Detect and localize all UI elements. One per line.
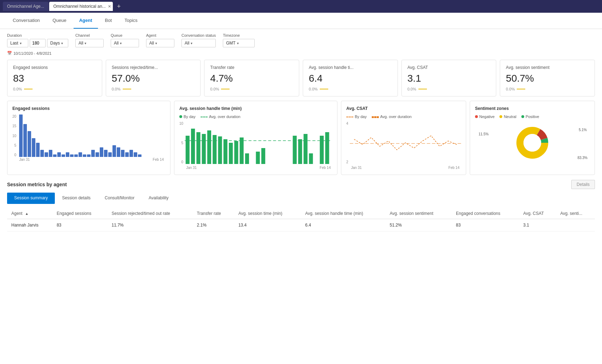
queue-select[interactable]: All ▾ <box>111 39 139 47</box>
conversation-status-label: Conversation status <box>181 33 216 37</box>
handle-time-svg <box>185 122 332 164</box>
col-transfer-rate[interactable]: Transfer rate <box>193 208 234 219</box>
chevron-down-icon: ▾ <box>191 41 192 45</box>
channel-filter: Channel All ▾ <box>75 33 104 47</box>
bar <box>28 131 31 157</box>
chevron-down-icon: ▾ <box>61 41 63 45</box>
metric-trend-bar-4 <box>418 89 427 89</box>
bar <box>40 150 44 157</box>
sub-tab-consult-monitor[interactable]: Consult/Monitor <box>98 193 141 204</box>
col-avg-senti[interactable]: Avg. senti... <box>556 208 595 219</box>
col-avg-session-time[interactable]: Avg. session time (min) <box>234 208 301 219</box>
add-tab-button[interactable]: + <box>115 2 123 11</box>
table-header: Agent ▲ Engaged sessions Session rejecte… <box>7 208 595 219</box>
close-tab-icon[interactable]: ✕ <box>108 4 111 9</box>
sort-icon: ▲ <box>25 212 29 216</box>
nav-tab-conversation[interactable]: Conversation <box>7 13 46 29</box>
conversation-status-select[interactable]: All ▾ <box>181 39 216 47</box>
metric-card-3: Avg. session handle ti... 6.4 0.0% <box>303 60 398 96</box>
svg-rect-15 <box>298 139 302 164</box>
bar <box>91 150 95 157</box>
chart-title-sentiment: Sentiment zones <box>475 106 590 111</box>
duration-preset-select[interactable]: Last ▾ <box>7 39 28 47</box>
bar <box>36 143 40 157</box>
duration-filter: Duration Last ▾ Days ▾ <box>7 33 68 47</box>
svg-rect-0 <box>186 136 190 164</box>
metric-value-4: 3.1 <box>407 73 491 84</box>
channel-label: Channel <box>75 33 104 37</box>
y-axis-labels: 20 15 10 5 0 <box>12 115 18 157</box>
sub-tab-session-details[interactable]: Session details <box>55 193 98 204</box>
chart-title-handle: Avg. session handle time (min) <box>179 106 332 111</box>
nav-tab-queue[interactable]: Queue <box>47 13 72 29</box>
svg-rect-18 <box>320 136 324 164</box>
metric-title-1: Sessions rejected/time... <box>112 65 195 70</box>
metric-footer-0: 0.0% <box>13 87 96 91</box>
svg-rect-13 <box>261 148 265 164</box>
chart-legend-handle: By day Avg. over duration <box>179 115 332 119</box>
metric-trend-bar-2 <box>221 89 230 89</box>
metric-trend-bar-0 <box>24 89 33 89</box>
metric-trend-bar-3 <box>320 89 328 89</box>
metric-value-3: 6.4 <box>309 73 392 84</box>
metric-card-1: Sessions rejected/time... 57.0% 0.0% <box>106 60 201 96</box>
col-engaged-sessions[interactable]: Engaged sessions <box>52 208 107 219</box>
sub-tabs: Session summary Session details Consult/… <box>7 193 595 204</box>
col-agent[interactable]: Agent ▲ <box>7 208 52 219</box>
bar <box>45 152 48 157</box>
svg-rect-14 <box>293 136 297 164</box>
date-range: 📅 10/11/2020 - 4/8/2021 <box>0 49 602 55</box>
bar <box>129 150 133 157</box>
bar <box>112 145 116 157</box>
session-metrics-table: Agent ▲ Engaged sessions Session rejecte… <box>7 208 595 231</box>
svg-rect-19 <box>325 132 329 164</box>
nav-tabs: Conversation Queue Agent Bot Topics <box>0 13 602 29</box>
cell-avg-sentiment: 51.2% <box>386 219 452 231</box>
bar <box>62 154 65 157</box>
bar <box>32 138 35 157</box>
svg-rect-1 <box>191 129 195 164</box>
timezone-select[interactable]: GMT ▾ <box>223 39 255 47</box>
sub-tab-availability[interactable]: Availability <box>141 193 175 204</box>
nav-tab-agent[interactable]: Agent <box>74 13 98 29</box>
nav-tab-bot[interactable]: Bot <box>99 13 118 29</box>
svg-rect-9 <box>234 141 238 164</box>
channel-select[interactable]: All ▾ <box>75 39 104 47</box>
col-session-rejected[interactable]: Session rejected/timed out rate <box>107 208 192 219</box>
col-engaged-conv[interactable]: Engaged conversations <box>452 208 519 219</box>
metric-title-2: Transfer rate <box>210 65 293 70</box>
avg-csat-chart: Avg. CSAT By day Avg. over duration 4 2 <box>341 101 466 175</box>
agent-filter: Agent All ▾ <box>146 33 174 47</box>
section-header: Session metrics by agent Details <box>7 180 595 189</box>
cell-transfer-rate: 2.1% <box>193 219 234 231</box>
bar <box>53 154 57 157</box>
metric-value-0: 83 <box>13 73 96 84</box>
duration-unit-select[interactable]: Days ▾ <box>47 39 68 47</box>
bar <box>49 150 52 157</box>
sub-tab-session-summary[interactable]: Session summary <box>7 193 55 204</box>
donut-chart <box>513 123 552 162</box>
details-button[interactable]: Details <box>571 180 595 189</box>
metric-value-1: 57.0% <box>112 73 195 84</box>
chevron-down-icon: ▾ <box>85 41 86 45</box>
agent-select[interactable]: All ▾ <box>146 39 174 47</box>
filters-row: Duration Last ▾ Days ▾ Channel All ▾ <box>0 29 602 49</box>
duration-value-input[interactable] <box>30 39 46 47</box>
nav-tab-topics[interactable]: Topics <box>119 13 143 29</box>
metric-footer-4: 0.0% <box>407 87 491 91</box>
col-avg-handle-time[interactable]: Avg. session handle time (min) <box>301 208 386 219</box>
metric-card-4: Avg. CSAT 3.1 0.0% <box>401 60 497 96</box>
browser-tab-1[interactable]: Omnichannel Age... <box>3 2 48 11</box>
cell-avg-session-time: 13.4 <box>234 219 301 231</box>
col-avg-sentiment[interactable]: Avg. session sentiment <box>386 208 452 219</box>
session-metrics-section: Session metrics by agent Details Session… <box>0 180 602 239</box>
chart-legend-csat: By day Avg. over duration <box>346 115 461 119</box>
bar <box>108 152 112 157</box>
browser-tab-2[interactable]: Omnichannel historical an... ✕ <box>49 2 113 11</box>
col-avg-csat[interactable]: Avg. CSAT <box>519 208 556 219</box>
metric-footer-1: 0.0% <box>112 87 195 91</box>
metric-title-5: Avg. session sentiment <box>506 65 589 70</box>
bar <box>87 154 91 157</box>
bar <box>66 152 69 157</box>
sentiment-zones-chart: Sentiment zones Negative Neutral Positiv… <box>470 101 595 175</box>
